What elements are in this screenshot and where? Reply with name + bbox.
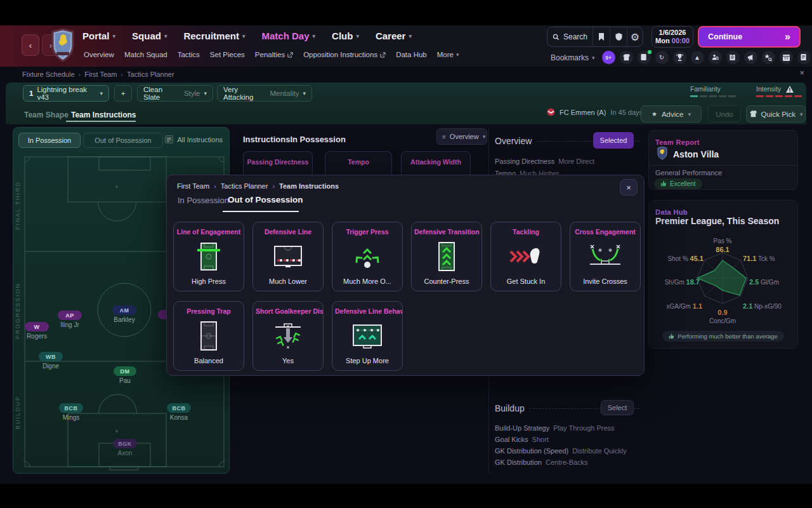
tab-team-shape[interactable]: Team Shape [24,110,69,119]
close-icon[interactable]: × [799,68,804,77]
player-mings[interactable]: BCBMings [59,403,83,421]
add-tactic-button[interactable]: + [114,85,132,102]
familiarity-meter: Familiarity [690,85,750,97]
undo-button[interactable]: Undo [708,105,741,123]
radar-footer-badge: Performing much better than average [662,331,783,342]
player-barkley[interactable]: AMBarkley [112,305,136,323]
tab-team-instructions[interactable]: Team Instructions [71,110,136,119]
card-defensive-line[interactable]: Defensive Line Much Lower [252,222,324,291]
shirt-icon[interactable] [620,51,633,64]
data-hub-title: Data Hub [655,208,688,216]
modal-tab-in-possession[interactable]: In Possession [178,196,229,205]
breadcrumb-bar: Fixture Schedule› First Team› Tactics Pl… [0,67,812,81]
game-date[interactable]: 1/6/2026 Mon 00:00 [652,26,693,48]
nav-recruitment[interactable]: Recruitment▾ [183,30,245,41]
buildup-section-title: Buildup [495,403,525,413]
intensity-meter: Intensity [756,85,806,97]
nav-club[interactable]: Club▾ [332,30,359,41]
external-link-icon [380,52,386,58]
modal-tab-out-of-possession[interactable]: Out of Possession [228,195,303,204]
announcement-icon[interactable] [744,51,757,64]
general-performance-label: General Performance [655,169,722,177]
team-name[interactable]: Aston Villa [673,149,719,159]
subnav-tactics[interactable]: Tactics [178,51,200,58]
pressing-trap-icon [174,318,244,354]
trigger-press-icon [332,239,402,274]
subnav-overview[interactable]: Overview [84,51,114,58]
chevron-down-icon: ▾ [313,33,316,39]
clipboard-icon[interactable] [726,51,740,64]
opponent-crest-icon [547,108,555,116]
card-line-of-engagement[interactable]: Line of Engagement High Press [173,222,244,291]
modal-close-button[interactable]: × [620,179,638,196]
breadcrumb-tactics-planner[interactable]: Tactics Planner [127,70,174,78]
overview-selected-button[interactable]: Selected [593,132,634,149]
subnav-penalties[interactable]: Penalties [255,51,293,58]
modal-breadcrumb-tactics-planner[interactable]: Tactics Planner [221,182,268,190]
quick-pick-dropdown[interactable]: Quick Pick▾ [746,105,806,123]
letterbox-bottom [0,484,812,508]
player-digne[interactable]: WBDigne [39,352,63,370]
notes-icon[interactable] [797,51,811,64]
player-axon[interactable]: BGKAxon [113,439,137,457]
subnav-data-hub[interactable]: Data Hub [396,51,427,58]
settings-gear-icon[interactable]: ⚙ [627,27,643,46]
instructions-context: In Possession [290,135,345,144]
pitch-in-possession-button[interactable]: In Possession [18,133,81,148]
performance-badge: Excellent [654,178,702,189]
bookmarks-dropdown[interactable]: Bookmarks▾ [551,53,595,62]
player-pau[interactable]: DMPau [114,366,136,384]
player-rogers[interactable]: WRogers [25,322,49,340]
breadcrumb-first-team[interactable]: First Team [84,70,117,78]
calendar-icon[interactable] [780,51,793,64]
zone-buildup: BUILDUP [15,387,23,438]
modal-breadcrumb-first-team[interactable]: First Team [177,182,209,190]
player-iling-jr[interactable]: APIling Jr [58,311,82,328]
card-trigger-press[interactable]: Trigger Press Much More O... [332,222,403,291]
continue-button[interactable]: Continue » [698,26,801,48]
buildup-select-button[interactable]: Select [601,400,634,415]
chat-notifications-icon[interactable]: 9+ [602,51,615,64]
breadcrumb-fixture-schedule[interactable]: Fixture Schedule [22,70,75,78]
subnav-set-pieces[interactable]: Set Pieces [210,51,245,58]
card-defensive-line-behaviour[interactable]: Defensive Line Behavio Step Up More [332,301,403,371]
nav-career[interactable]: Career▾ [376,30,412,41]
advice-dropdown[interactable]: ★Advice▾ [641,105,702,123]
view-dropdown[interactable]: ≡ Overview▾ [436,128,487,145]
nav-squad[interactable]: Squad▾ [132,30,167,41]
trophy-icon[interactable] [673,51,686,64]
all-instructions-toggle[interactable]: All Instructions [165,135,223,144]
search-button[interactable]: Search [547,27,593,46]
scouting-icon[interactable] [709,51,722,64]
training-cone-icon[interactable]: ▲ [691,51,704,64]
subnav-more[interactable]: More▾ [437,51,459,58]
card-pressing-trap[interactable]: Pressing Trap Balanced [173,301,244,371]
card-tackling[interactable]: Tackling Get Stuck In [490,222,561,291]
subnav-opposition-instructions[interactable]: Opposition Instructions [303,51,386,58]
radar-axis-pas: Pas % [649,237,796,244]
pitch-out-of-possession-button[interactable]: Out of Possession [83,133,163,148]
mentality-dropdown[interactable]: Very AttackingMentality▾ [217,85,312,102]
tactic-slot-dropdown[interactable]: 1Lightning break v43▾ [23,85,109,102]
radar-axis-sh: Sh/Gm 18.7 [649,278,700,286]
team-report-title: Team Report [655,138,700,146]
style-dropdown[interactable]: Clean SlateStyle▾ [137,85,213,102]
modal-breadcrumb: First Team› Tactics Planner› Team Instru… [177,182,339,190]
bookmark-icon[interactable] [593,27,610,46]
next-match[interactable]: FC Emmen (A) In 45 days [547,108,643,116]
subnav-match-squad[interactable]: Match Squad [124,51,167,58]
defensive-transition-icon [412,239,481,274]
player-konsa[interactable]: BCBKonsa [167,403,191,421]
scout-search-icon[interactable] [762,51,775,64]
zone-progression: PROGRESSION [15,279,23,342]
card-short-goalkeeper-distribution[interactable]: Short Goalkeeper Distr Yes [252,301,324,371]
card-cross-engagement[interactable]: Cross Engagement Invite Crosses [570,222,641,291]
club-badge-icon[interactable] [610,27,627,46]
back-button[interactable]: ‹ [22,34,39,56]
report-card-icon[interactable] [638,51,651,64]
card-defensive-transition[interactable]: Defensive Transition Counter-Press [411,222,482,291]
sync-icon[interactable]: ↻ [655,51,669,64]
nav-match-day[interactable]: Match Day▾ [261,30,315,41]
nav-portal[interactable]: Portal▾ [82,30,115,41]
zone-final-third: FINAL THIRD [15,173,23,237]
